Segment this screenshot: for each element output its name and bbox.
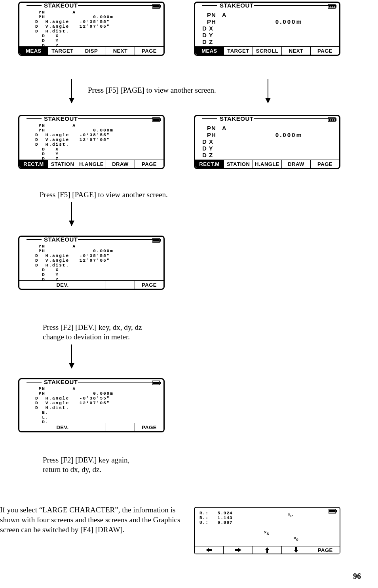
softkey-row: MEAS TARGET SCROLL NEXT PAGE: [195, 46, 339, 55]
softkey-down-arrow[interactable]: [282, 546, 311, 554]
svg-rect-6: [335, 5, 336, 8]
softkey-target[interactable]: TARGET: [48, 47, 77, 55]
softkey-scroll[interactable]: SCROLL: [253, 47, 282, 55]
screen-title: STAKEOUT: [43, 2, 78, 9]
battery-icon: [328, 117, 337, 122]
stakeout-screen-page2-large: STAKEOUT PN A PH0.000m D X D Y D Z RECT.…: [194, 115, 340, 169]
stakeout-screen-page1-small: STAKEOUT PN A PH 0.000m D H.angle -0°38′…: [18, 2, 165, 56]
graphics-screen: R.: 5.924 B.: 1.143 U.: 0.887 ×P ×S ×0 P…: [194, 507, 340, 554]
svg-rect-1: [160, 5, 161, 8]
softkey-blank[interactable]: [106, 281, 135, 289]
svg-rect-7: [329, 5, 331, 8]
screen-title: STAKEOUT: [43, 236, 78, 243]
softkey-page[interactable]: PAGE: [135, 160, 163, 168]
softkey-hangle[interactable]: H.ANGLE: [77, 160, 106, 168]
battery-icon: [152, 381, 161, 385]
softkey-rectm[interactable]: RECT.M: [195, 160, 224, 168]
caption-press-page-1: Press [F5] [PAGE] to view another screen…: [88, 86, 216, 95]
softkey-next[interactable]: NEXT: [282, 47, 311, 55]
softkey-meas[interactable]: MEAS: [195, 47, 224, 55]
screen-title: STAKEOUT: [43, 379, 78, 385]
softkey-page[interactable]: PAGE: [311, 160, 339, 168]
svg-marker-38: [294, 547, 298, 553]
svg-rect-16: [335, 118, 336, 121]
screen-title: STAKEOUT: [219, 115, 254, 122]
flow-arrow-icon: [71, 202, 72, 226]
svg-rect-17: [329, 118, 331, 121]
battery-icon: [152, 117, 161, 122]
svg-rect-22: [153, 239, 155, 242]
readout-lines: PN A PH 0.000m D H.angle -0°38′55″ D V.a…: [35, 244, 114, 282]
battery-icon: [328, 4, 337, 9]
softkey-target[interactable]: TARGET: [224, 47, 253, 55]
flow-arrow-icon: [268, 79, 268, 103]
softkey-row: MEAS TARGET DISP NEXT PAGE: [19, 46, 163, 55]
point-0: ×0: [294, 536, 298, 542]
screen-title: STAKEOUT: [219, 2, 254, 9]
battery-icon: [152, 4, 161, 9]
readout-lines: PN A PH0.000m D X D Y D Z: [207, 11, 303, 45]
flow-arrow-icon: [71, 344, 72, 368]
caption-press-dev-again: Press [F2] [DEV.] key again,return to dx…: [43, 455, 129, 474]
softkey-meas[interactable]: MEAS: [19, 47, 48, 55]
softkey-dev[interactable]: DEV.: [48, 423, 77, 431]
flow-arrow-icon: [71, 79, 72, 103]
paragraph-large-character: If you select “LARGE CHARACTER”, the inf…: [0, 505, 186, 535]
svg-rect-3: [155, 5, 157, 8]
svg-rect-2: [153, 5, 155, 8]
softkey-blank[interactable]: [77, 423, 106, 431]
softkey-blank[interactable]: [106, 423, 135, 431]
caption-press-page-2: Press [F5] [PAGE] to view another screen…: [40, 190, 168, 200]
softkey-draw[interactable]: DRAW: [282, 160, 311, 168]
svg-rect-26: [160, 382, 161, 384]
softkey-page[interactable]: PAGE: [135, 423, 163, 431]
softkey-blank[interactable]: [77, 281, 106, 289]
stakeout-screen-page1-large: STAKEOUT PN A PH0.000m D X D Y D Z MEAS …: [194, 2, 340, 56]
readout-lines: PN A PH0.000m D X D Y D Z: [207, 125, 303, 158]
softkey-station[interactable]: STATION: [48, 160, 77, 168]
svg-rect-18: [331, 118, 332, 121]
softkey-right-arrow[interactable]: [224, 546, 253, 554]
softkey-station[interactable]: STATION: [224, 160, 253, 168]
softkey-row: RECT.M STATION H.ANGLE DRAW PAGE: [195, 160, 339, 168]
softkey-dev[interactable]: DEV.: [48, 281, 77, 289]
svg-rect-29: [157, 382, 159, 384]
readout-lines: PN A PH 0.000m D H.angle -0°38′55″ D V.a…: [35, 123, 114, 161]
svg-rect-19: [333, 118, 334, 121]
svg-marker-36: [235, 548, 241, 552]
softkey-page[interactable]: PAGE: [135, 47, 163, 55]
softkey-row: RECT.M STATION H.ANGLE DRAW PAGE: [19, 160, 163, 168]
softkey-hangle[interactable]: H.ANGLE: [253, 160, 282, 168]
softkey-row: DEV. PAGE: [19, 280, 163, 289]
svg-rect-14: [157, 118, 159, 121]
readout-lines: PN A PH 0.000m D H.angle -0°38′55″ D V.a…: [35, 10, 114, 48]
softkey-left-arrow[interactable]: [195, 546, 224, 554]
readout-lines: PN A PH 0.000m D H.angle -0°38′55″ D V.a…: [35, 386, 114, 424]
softkey-rectm[interactable]: RECT.M: [19, 160, 48, 168]
svg-rect-8: [331, 5, 332, 8]
graphics-readout: R.: 5.924 B.: 1.143 U.: 0.887: [199, 511, 233, 525]
softkey-disp[interactable]: DISP: [77, 47, 106, 55]
svg-rect-24: [157, 239, 159, 242]
softkey-page[interactable]: PAGE: [311, 47, 339, 55]
page-number: 96: [353, 572, 361, 581]
softkey-next[interactable]: NEXT: [106, 47, 135, 55]
svg-rect-21: [160, 239, 161, 242]
softkey-row: PAGE: [195, 546, 340, 554]
softkey-blank[interactable]: [19, 423, 48, 431]
svg-rect-13: [155, 118, 157, 121]
svg-rect-23: [155, 239, 157, 242]
softkey-blank[interactable]: [19, 281, 48, 289]
point-p: ×P: [288, 512, 293, 518]
softkey-page[interactable]: PAGE: [311, 546, 340, 554]
softkey-row: DEV. PAGE: [19, 423, 163, 431]
svg-rect-28: [155, 382, 157, 384]
softkey-page[interactable]: PAGE: [135, 281, 163, 289]
svg-rect-4: [157, 5, 159, 8]
stakeout-screen-page3-bld: STAKEOUT PN A PH 0.000m D H.angle -0°38′…: [18, 378, 165, 432]
softkey-draw[interactable]: DRAW: [106, 160, 135, 168]
svg-marker-37: [265, 547, 269, 553]
stakeout-screen-page3-dev: STAKEOUT PN A PH 0.000m D H.angle -0°38′…: [18, 236, 165, 290]
softkey-up-arrow[interactable]: [253, 546, 282, 554]
screen-title: STAKEOUT: [43, 115, 78, 122]
